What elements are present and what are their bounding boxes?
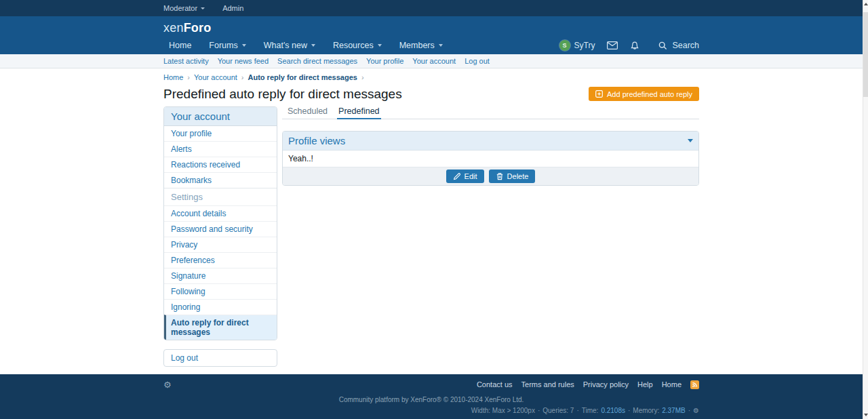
- profile-views-header[interactable]: Profile views: [283, 132, 698, 151]
- block-footer: Edit Delete: [283, 167, 698, 185]
- footer-links: Contact us Terms and rules Privacy polic…: [477, 380, 699, 389]
- block-body: Yeah..!: [283, 151, 698, 167]
- title-row: Predefined auto reply for direct message…: [163, 85, 699, 102]
- envelope-icon: [607, 41, 618, 49]
- moderator-menu[interactable]: Moderator: [163, 4, 205, 12]
- account-menu-title: Your account: [164, 107, 277, 126]
- user-menu[interactable]: S SyTry: [559, 40, 595, 51]
- debug-memory-label: Memory:: [633, 407, 659, 414]
- main-panel: Scheduled Predefined Profile views Yeah.…: [282, 106, 699, 186]
- tab-scheduled[interactable]: Scheduled: [286, 106, 329, 119]
- xenforo-logo[interactable]: xenForo: [163, 21, 211, 35]
- logout-block: Log out: [163, 349, 277, 367]
- auto-reply-text: Yeah..!: [288, 154, 313, 163]
- bell-icon: [630, 41, 639, 50]
- username: SyTry: [574, 41, 595, 50]
- search-button[interactable]: Search: [652, 41, 699, 50]
- header-actions: S SyTry: [559, 40, 700, 51]
- admin-link-label: Admin: [222, 4, 243, 12]
- sidebar-item-preferences[interactable]: Preferences: [164, 252, 277, 268]
- nav-members[interactable]: Members: [399, 41, 452, 50]
- sidebar-item-bookmarks[interactable]: Bookmarks: [164, 172, 277, 188]
- rss-icon: [690, 380, 699, 389]
- breadcrumb-your-account[interactable]: Your account: [194, 73, 237, 81]
- subnav-your-news-feed[interactable]: Your news feed: [218, 57, 269, 65]
- debug-width: Width: Max > 1200px: [471, 407, 535, 414]
- sidebar-settings-header: Settings: [164, 188, 277, 205]
- nav-whats-new-label: What's new: [264, 41, 307, 50]
- sidebar-item-ignoring[interactable]: Ignoring: [164, 299, 277, 315]
- subnav-latest-activity[interactable]: Latest activity: [163, 57, 209, 65]
- edit-button-label: Edit: [465, 172, 477, 180]
- footer: ⚙ Contact us Terms and rules Privacy pol…: [0, 374, 863, 419]
- add-predefined-auto-reply-button[interactable]: Add predefined auto reply: [589, 87, 699, 101]
- footer-home[interactable]: Home: [662, 380, 682, 388]
- plus-square-icon: [595, 90, 603, 98]
- style-chooser-gear-icon[interactable]: ⚙: [163, 380, 172, 389]
- nav-home-label: Home: [169, 41, 191, 50]
- chevron-down-icon: [201, 7, 205, 9]
- subnav-log-out[interactable]: Log out: [465, 57, 490, 65]
- sidebar-item-signature[interactable]: Signature: [164, 268, 277, 283]
- alerts-button[interactable]: [630, 41, 639, 50]
- moderator-menu-label: Moderator: [163, 4, 197, 12]
- nav-resources[interactable]: Resources: [333, 41, 391, 50]
- nav-members-label: Members: [399, 41, 435, 50]
- rss-button[interactable]: [690, 380, 699, 389]
- sidebar: Your account Your profile Alerts Reactio…: [163, 106, 277, 367]
- sidebar-item-your-profile[interactable]: Your profile: [164, 126, 277, 141]
- nav-forums-label: Forums: [209, 41, 237, 50]
- sidebar-item-reactions-received[interactable]: Reactions received: [164, 157, 277, 172]
- sidebar-item-password-and-security[interactable]: Password and security: [164, 221, 277, 237]
- nav-whats-new[interactable]: What's new: [264, 41, 324, 50]
- sidebar-item-auto-reply-for-direct-messages[interactable]: Auto reply for direct messages: [164, 315, 277, 340]
- debug-time-label: Time:: [582, 407, 599, 414]
- moderator-bar: Moderator Admin: [0, 0, 863, 16]
- delete-button[interactable]: Delete: [489, 169, 536, 183]
- sidebar-item-privacy[interactable]: Privacy: [164, 237, 277, 252]
- nav-forums[interactable]: Forums: [209, 41, 254, 50]
- breadcrumb-current: Auto reply for direct messages: [248, 73, 357, 81]
- breadcrumb: Home Your account Auto reply for direct …: [163, 73, 699, 82]
- avatar: S: [559, 40, 570, 51]
- debug-memory-value[interactable]: 2.37MB: [662, 407, 685, 414]
- scrollbar-thumb[interactable]: [863, 12, 868, 97]
- footer-help[interactable]: Help: [637, 380, 653, 388]
- subnav-your-account[interactable]: Your account: [412, 57, 456, 65]
- tabs: Scheduled Predefined: [282, 106, 699, 119]
- scrollbar[interactable]: [863, 0, 868, 419]
- chevron-down-icon[interactable]: [688, 139, 693, 142]
- admin-link[interactable]: Admin: [222, 4, 243, 12]
- messages-button[interactable]: [607, 41, 618, 49]
- sidebar-item-account-details[interactable]: Account details: [164, 205, 277, 221]
- page-title: Predefined auto reply for direct message…: [163, 87, 402, 102]
- debug-info: Width: Max > 1200px · Queries: 7 · Time:…: [163, 407, 699, 414]
- page: Moderator Admin xenForo Home Forums: [0, 0, 863, 419]
- edit-button[interactable]: Edit: [446, 169, 484, 183]
- breadcrumb-separator: [187, 73, 190, 81]
- tab-predefined[interactable]: Predefined: [337, 106, 380, 119]
- breadcrumb-separator: [361, 73, 364, 81]
- nav-home[interactable]: Home: [163, 41, 200, 50]
- breadcrumb-home[interactable]: Home: [163, 73, 183, 81]
- logo-text-light: xen: [163, 21, 184, 35]
- nav-resources-label: Resources: [333, 41, 374, 50]
- scroll-up-arrow-icon[interactable]: [864, 3, 868, 5]
- pencil-icon: [453, 172, 461, 180]
- copyright: Community platform by XenForo® © 2010-20…: [163, 396, 699, 403]
- chevron-down-icon: [242, 44, 246, 47]
- subnav-your-profile[interactable]: Your profile: [366, 57, 403, 65]
- footer-privacy-policy[interactable]: Privacy policy: [583, 380, 629, 388]
- footer-contact-us[interactable]: Contact us: [477, 380, 513, 388]
- profile-views-block: Profile views Yeah..! Edit: [282, 131, 699, 186]
- sidebar-item-following[interactable]: Following: [164, 283, 277, 299]
- debug-time-value[interactable]: 0.2108s: [601, 407, 625, 414]
- debug-gear-icon[interactable]: ⚙: [693, 407, 699, 414]
- footer-terms-and-rules[interactable]: Terms and rules: [521, 380, 574, 388]
- scroll-down-arrow-icon[interactable]: [864, 414, 868, 416]
- sidebar-item-alerts[interactable]: Alerts: [164, 141, 277, 157]
- subnav-search-direct-messages[interactable]: Search direct messages: [277, 57, 357, 65]
- debug-queries: Queries: 7: [542, 407, 574, 414]
- chevron-down-icon: [378, 44, 382, 47]
- sidebar-item-log-out[interactable]: Log out: [164, 350, 277, 366]
